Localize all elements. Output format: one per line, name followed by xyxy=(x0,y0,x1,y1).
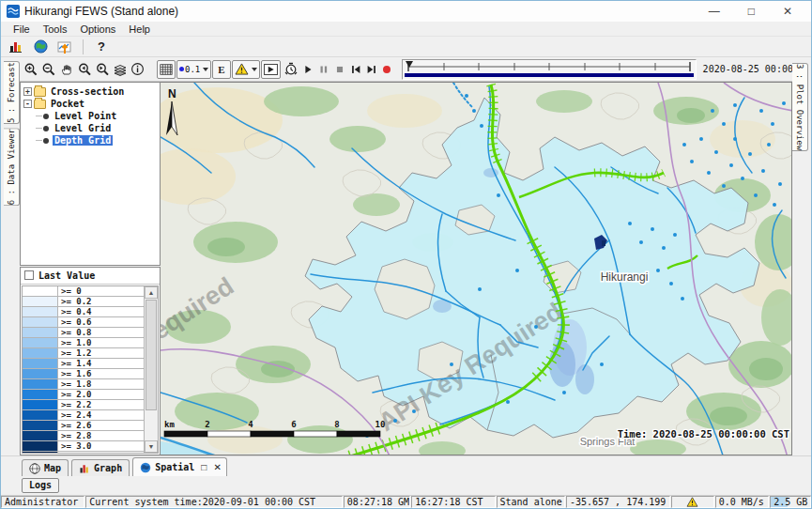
legend-row[interactable]: >= 0.4 xyxy=(23,307,144,317)
database-status-button[interactable] xyxy=(5,38,27,56)
tab-maximize-icon[interactable]: □ xyxy=(201,462,207,472)
legend-row[interactable]: >= 3.2 xyxy=(23,452,144,453)
tab-map[interactable]: Map xyxy=(22,459,69,476)
tree-item-label[interactable]: Level Point xyxy=(53,111,118,121)
status-text: Administrator xyxy=(5,497,78,507)
dock-tab[interactable]: 6 : Data Viewer xyxy=(4,128,20,206)
legend-color-swatch xyxy=(23,317,58,327)
logs-row: Logs xyxy=(1,476,811,495)
legend-row[interactable]: >= 2.4 xyxy=(23,410,144,421)
minimize-button[interactable]: — xyxy=(709,3,720,20)
legend-row[interactable]: >= 0.8 xyxy=(23,328,144,338)
globe-icon xyxy=(140,462,151,473)
record-button[interactable] xyxy=(380,60,393,79)
tab-close-icon[interactable]: ✕ xyxy=(213,462,221,472)
tree-item[interactable]: Depth Grid xyxy=(21,134,160,147)
app-window: Hikurangi FEWS (Stand alone) — □ ✕ FileT… xyxy=(0,0,812,509)
legend-row[interactable]: >= 0.2 xyxy=(23,297,144,307)
tree-item-label[interactable]: Cross-section xyxy=(49,86,126,97)
legend-color-swatch xyxy=(23,452,58,453)
map-display-button[interactable] xyxy=(29,38,52,56)
status-text: 16:27:18 CST xyxy=(415,497,483,507)
legend-class-label: >= 1.8 xyxy=(58,379,92,389)
scrollbar-track[interactable] xyxy=(145,299,158,440)
legend-row[interactable]: >= 2.8 xyxy=(23,431,144,441)
tree-expander[interactable]: - xyxy=(23,100,32,108)
tree-expander[interactable]: + xyxy=(23,87,32,96)
zoom-out-button[interactable] xyxy=(40,60,57,79)
contour-interval-dropdown[interactable]: 0.1 xyxy=(176,60,211,79)
pause-button[interactable] xyxy=(316,60,331,79)
legend-toggle-button[interactable]: E xyxy=(212,60,230,79)
legend-class-label: >= 2.4 xyxy=(58,410,92,420)
tree-item[interactable]: Level Grid xyxy=(21,122,160,134)
toolbar-separator xyxy=(83,39,84,54)
tab-graph[interactable]: Graph xyxy=(71,459,130,476)
menu-item[interactable]: Options xyxy=(73,23,122,35)
stop-icon xyxy=(333,63,346,76)
play-button[interactable] xyxy=(300,60,315,79)
chevron-down-icon xyxy=(252,68,257,71)
legend-color-swatch xyxy=(23,400,58,409)
animation-movie-button[interactable] xyxy=(261,60,281,79)
title-bar: Hikurangi FEWS (Stand alone) — □ ✕ xyxy=(1,1,811,22)
status-cell: Stand alone xyxy=(497,496,565,508)
legend-class-label: >= 1.6 xyxy=(58,369,92,378)
legend-color-swatch xyxy=(23,307,58,316)
legend-scrollbar[interactable]: ▲ ▼ xyxy=(144,286,158,453)
legend-row[interactable]: >= 2.0 xyxy=(23,390,144,400)
legend-class-table: >= 0 >= 0.2 xyxy=(23,286,144,453)
maximize-button[interactable]: □ xyxy=(748,3,755,20)
pan-button[interactable] xyxy=(58,60,75,79)
skip-to-start-button[interactable] xyxy=(348,60,363,79)
scrollbar-thumb[interactable] xyxy=(146,300,157,410)
map-canvas[interactable]: API Key Required xyxy=(161,82,792,455)
map-time-label: Time: 2020-08-25 00:00:00 CST xyxy=(618,428,789,440)
help-button[interactable]: ? xyxy=(90,38,113,56)
tree-item[interactable]: Level Point xyxy=(21,110,160,122)
zoom-previous-button[interactable] xyxy=(76,60,93,79)
time-slider[interactable] xyxy=(402,59,697,80)
tree-item-label[interactable]: Depth Grid xyxy=(53,135,113,146)
scroll-up-icon[interactable]: ▲ xyxy=(145,286,158,299)
legend-row[interactable]: >= 0 xyxy=(23,286,144,297)
zoom-next-button[interactable] xyxy=(94,60,111,79)
info-button[interactable] xyxy=(130,60,146,79)
grid-display-button[interactable] xyxy=(157,60,176,79)
legend-class-label: >= 3.2 xyxy=(58,452,92,453)
legend-row[interactable]: >= 3.0 xyxy=(23,441,144,452)
tree-item-label[interactable]: Pocket xyxy=(49,99,86,109)
stop-button[interactable] xyxy=(332,60,347,79)
tree-item[interactable]: - Pocket xyxy=(21,98,160,110)
layers-button[interactable] xyxy=(112,60,129,79)
legend-row[interactable]: >= 1.8 xyxy=(23,379,144,390)
legend-row[interactable]: >= 1.6 xyxy=(23,369,144,379)
menu-bar: FileToolsOptionsHelp xyxy=(1,22,811,37)
menu-item[interactable]: Tools xyxy=(37,23,74,35)
legend-row[interactable]: >= 2.6 xyxy=(23,421,144,431)
tree-item[interactable]: + Cross-section xyxy=(21,85,160,98)
tree-item-label[interactable]: Level Grid xyxy=(53,123,113,133)
dock-tab[interactable]: 5 : Forecast xyxy=(4,61,20,124)
menu-item[interactable]: Help xyxy=(122,23,157,35)
animation-timer-button[interactable] xyxy=(283,60,299,79)
legend-row[interactable]: >= 1.0 xyxy=(23,338,144,348)
svg-text:4: 4 xyxy=(248,420,253,429)
timeseries-display-button[interactable] xyxy=(54,38,76,56)
legend-color-swatch xyxy=(23,441,58,451)
close-button[interactable]: ✕ xyxy=(783,3,792,20)
legend-row[interactable]: >= 1.2 xyxy=(23,348,144,359)
skip-to-end-button[interactable] xyxy=(364,60,379,79)
legend-row[interactable]: >= 2.2 xyxy=(23,400,144,410)
record-icon xyxy=(381,64,392,75)
logs-button[interactable]: Logs xyxy=(22,478,59,493)
legend-row[interactable]: >= 1.4 xyxy=(23,359,144,369)
legend-row[interactable]: >= 0.6 xyxy=(23,317,144,328)
tab-spatial[interactable]: Spatial □ ✕ xyxy=(132,457,227,476)
scroll-down-icon[interactable]: ▼ xyxy=(145,440,158,453)
thresholds-dropdown[interactable] xyxy=(232,60,260,79)
menu-item[interactable]: File xyxy=(7,23,37,35)
last-value-checkbox[interactable] xyxy=(24,270,34,280)
dock-tab[interactable]: 3 : Plot Overview xyxy=(792,63,808,151)
zoom-in-button[interactable] xyxy=(23,60,39,79)
